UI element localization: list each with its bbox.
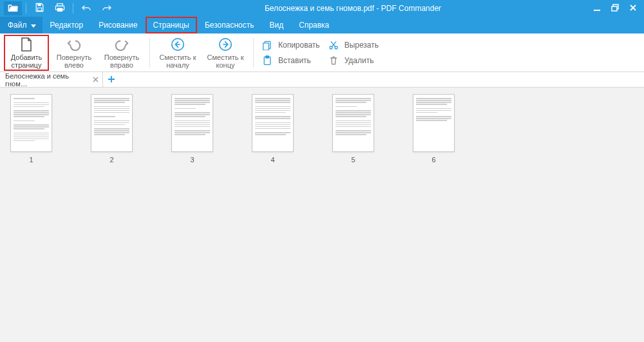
minimize-button[interactable] (590, 1, 604, 15)
tab-close-button[interactable] (91, 75, 100, 84)
save-icon (35, 3, 44, 14)
page-preview (91, 94, 133, 152)
menu-label: Редактор (50, 21, 84, 30)
cut-button[interactable]: Вырезать (328, 39, 379, 51)
tool-label: Повернутьвправо (104, 53, 139, 69)
menu-file-label: Файл (8, 21, 27, 30)
save-button[interactable] (30, 1, 48, 15)
page-thumbnail[interactable]: 1 (10, 94, 52, 164)
add-page-button[interactable]: Добавитьстраницу (4, 35, 49, 71)
page-thumbnail[interactable]: 4 (252, 94, 294, 164)
trash-icon (328, 55, 339, 66)
svg-rect-7 (612, 6, 617, 11)
folder-open-icon (8, 3, 18, 14)
separator (253, 38, 254, 68)
svg-rect-4 (57, 8, 62, 11)
page-thumbnail[interactable]: 3 (171, 94, 213, 164)
separator (149, 38, 150, 68)
clip-label: Удалить (345, 56, 374, 65)
print-button[interactable] (51, 1, 69, 15)
delete-button[interactable]: Удалить (328, 55, 379, 66)
rotate-left-icon (67, 37, 81, 52)
close-button[interactable] (626, 1, 640, 15)
page-preview (252, 94, 294, 152)
page-number: 1 (29, 156, 33, 164)
page-thumbnail[interactable]: 5 (332, 94, 374, 164)
page-number: 3 (190, 156, 194, 164)
clip-label: Вставить (278, 56, 311, 65)
tool-label: Добавитьстраницу (11, 53, 43, 69)
clip-label: Вырезать (345, 41, 379, 50)
paste-icon (261, 55, 273, 66)
redo-button[interactable] (98, 1, 116, 15)
window-title: Белоснежка и семь гномов.pdf - PDF Comma… (116, 4, 590, 13)
tool-label: Сместить кконцу (207, 53, 244, 69)
page-preview (10, 94, 52, 152)
menu-help[interactable]: Справка (291, 17, 337, 33)
page-number: 5 (351, 156, 355, 164)
menu-label: Безопасность (205, 21, 254, 30)
move-to-end-button[interactable]: Сместить кконцу (203, 35, 248, 71)
add-tab-button[interactable] (103, 72, 120, 87)
arrow-left-circle-icon (171, 37, 185, 52)
rotate-right-button[interactable]: Повернутьвправо (99, 35, 144, 71)
menu-security[interactable]: Безопасность (197, 17, 262, 33)
page-number: 4 (270, 156, 274, 164)
svg-rect-1 (37, 8, 41, 11)
minimize-icon (593, 4, 601, 14)
copy-icon (261, 39, 273, 51)
svg-point-14 (330, 46, 332, 49)
menu-editor[interactable]: Редактор (43, 17, 91, 33)
page-preview (171, 94, 213, 152)
page-number: 6 (431, 156, 435, 164)
tool-label: Повернутьвлево (57, 53, 91, 69)
cut-icon (328, 39, 339, 51)
rotate-right-icon (115, 37, 129, 52)
menu-file[interactable]: Файл (0, 17, 43, 33)
plus-icon (108, 75, 115, 84)
clipboard-right: Вырезать Удалить (324, 33, 383, 71)
svg-rect-0 (37, 4, 41, 6)
titlebar: Белоснежка и семь гномов.pdf - PDF Comma… (0, 0, 644, 17)
menubar: Файл Редактор Рисование Страницы Безопас… (0, 17, 644, 33)
open-button[interactable] (4, 1, 22, 15)
copy-button[interactable]: Копировать (261, 39, 320, 51)
redo-icon (102, 4, 112, 14)
restore-icon (611, 4, 619, 14)
svg-rect-13 (266, 55, 269, 57)
undo-icon (81, 4, 91, 14)
menu-drawing[interactable]: Рисование (91, 17, 145, 33)
document-tabstrip: Белоснежка и семь гном… (0, 72, 644, 88)
page-thumbnails: 1 2 3 4 (0, 88, 644, 342)
tool-label: Сместить кначалу (160, 53, 196, 69)
move-to-start-button[interactable]: Сместить кначалу (155, 35, 200, 71)
chevron-down-icon (31, 21, 36, 30)
separator (73, 3, 73, 14)
tab-label: Белоснежка и семь гном… (5, 72, 91, 88)
print-icon (55, 3, 65, 14)
quick-access (4, 1, 116, 15)
page-preview (413, 94, 455, 152)
page-thumbnail[interactable]: 6 (413, 94, 455, 164)
toolbar: Добавитьстраницу Повернутьвлево Повернут… (0, 33, 644, 72)
svg-point-15 (335, 46, 337, 49)
separator (26, 3, 26, 14)
clip-label: Копировать (278, 41, 320, 50)
page-preview (332, 94, 374, 152)
restore-button[interactable] (608, 1, 622, 15)
arrow-right-circle-icon (218, 37, 232, 52)
menu-label: Справка (299, 21, 329, 30)
svg-rect-5 (594, 10, 600, 11)
menu-view[interactable]: Вид (262, 17, 292, 33)
menu-label: Рисование (99, 21, 137, 30)
document-tab[interactable]: Белоснежка и семь гном… (0, 72, 103, 87)
undo-button[interactable] (77, 1, 95, 15)
rotate-left-button[interactable]: Повернутьвлево (52, 35, 97, 71)
svg-rect-11 (263, 43, 269, 50)
paste-button[interactable]: Вставить (261, 55, 320, 66)
menu-label: Страницы (153, 21, 189, 30)
menu-pages[interactable]: Страницы (146, 17, 197, 33)
page-thumbnail[interactable]: 2 (91, 94, 133, 164)
close-icon (629, 4, 637, 14)
page-add-icon (19, 37, 33, 52)
